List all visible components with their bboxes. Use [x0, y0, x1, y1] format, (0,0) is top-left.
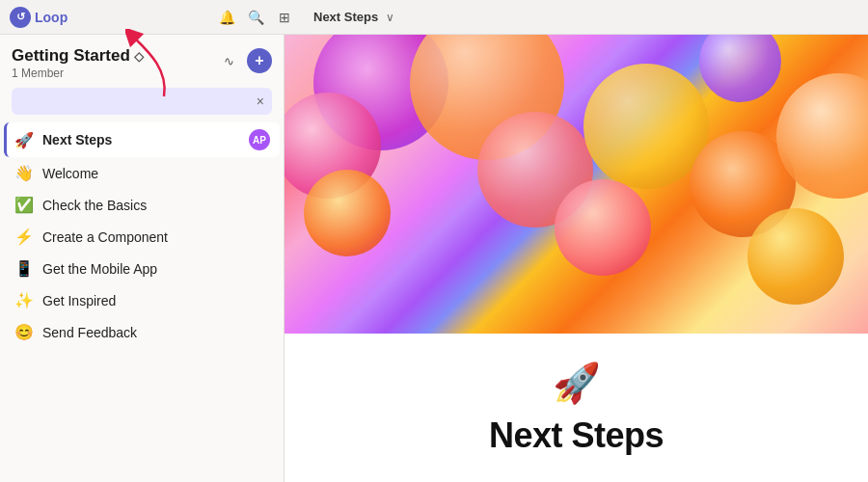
add-button[interactable]: + [247, 48, 272, 73]
sidebar-workspace-title: Getting Started ◇ [12, 46, 144, 66]
breadcrumb-label: Next Steps [313, 10, 378, 24]
analytics-icon[interactable]: ∿ [216, 48, 241, 73]
send-feedback-icon: 😊 [14, 323, 35, 341]
sidebar-header: Getting Started ◇ 1 Member ∿ + [0, 35, 284, 84]
content-area: 🚀 Next Steps [285, 35, 868, 482]
loop-logo: ↺ Loop [10, 7, 68, 28]
hero-image [285, 35, 868, 334]
sidebar-title-group: Getting Started ◇ 1 Member [12, 46, 144, 80]
sidebar-item-get-inspired[interactable]: ✨ Get Inspired [4, 284, 280, 316]
sidebar-item-mobile-app[interactable]: 📱 Get the Mobile App [4, 253, 280, 284]
topbar: ↺ Loop 🔔 🔍 ⊞ Next Steps ∨ [0, 0, 868, 35]
bubble-6 [583, 64, 709, 189]
breadcrumb-chevron-icon: ∨ [386, 11, 394, 24]
sidebar-item-label-create-component: Create a Component [42, 229, 270, 245]
sidebar-item-welcome[interactable]: 👋 Welcome [4, 157, 280, 189]
topbar-left: ↺ Loop 🔔 🔍 ⊞ [10, 7, 294, 28]
loop-logo-icon: ↺ [10, 7, 31, 28]
sidebar-item-avatar: AP [249, 129, 270, 150]
get-inspired-icon: ✨ [14, 291, 35, 309]
next-steps-icon: 🚀 [14, 131, 35, 149]
notification-icon[interactable]: 🔔 [217, 8, 236, 27]
content-page-title: Next Steps [489, 415, 664, 456]
sidebar-header-icons: ∿ + [216, 48, 272, 73]
topbar-right: Next Steps ∨ [302, 10, 858, 24]
welcome-icon: 👋 [14, 164, 35, 182]
sidebar: Getting Started ◇ 1 Member ∿ + × 🚀 Next … [0, 35, 285, 482]
app-name: Loop [35, 10, 68, 25]
search-icon[interactable]: 🔍 [246, 8, 265, 27]
sidebar-nav: 🚀 Next Steps AP 👋 Welcome ✅ Check the Ba… [0, 122, 284, 348]
sidebar-item-label-get-inspired: Get Inspired [42, 293, 270, 308]
sidebar-item-label-mobile-app: Get the Mobile App [42, 261, 270, 277]
content-rocket-icon: 🚀 [553, 361, 601, 406]
sidebar-member-count: 1 Member [12, 67, 144, 80]
sidebar-item-label-send-feedback: Send Feedback [42, 325, 270, 340]
search-close-icon[interactable]: × [257, 94, 264, 109]
sidebar-item-label-welcome: Welcome [42, 166, 270, 181]
sidebar-item-label-next-steps: Next Steps [42, 132, 241, 147]
main-layout: Getting Started ◇ 1 Member ∿ + × 🚀 Next … [0, 35, 868, 482]
bubble-7 [555, 179, 651, 276]
grid-icon[interactable]: ⊞ [275, 8, 294, 27]
sidebar-search-bar: × [12, 88, 272, 115]
check-basics-icon: ✅ [14, 196, 35, 214]
sidebar-title-chevron-icon: ◇ [134, 49, 144, 64]
bubble-8 [699, 35, 781, 102]
bubble-3 [304, 170, 391, 256]
sidebar-item-label-check-basics: Check the Basics [42, 198, 270, 213]
mobile-app-icon: 📱 [14, 259, 35, 278]
create-component-icon: ⚡ [14, 228, 35, 246]
sidebar-item-create-component[interactable]: ⚡ Create a Component [4, 221, 280, 253]
sidebar-item-check-basics[interactable]: ✅ Check the Basics [4, 189, 280, 221]
topbar-icons: 🔔 🔍 ⊞ [217, 8, 294, 27]
content-bottom: 🚀 Next Steps [285, 334, 868, 482]
bubble-11 [747, 208, 844, 305]
sidebar-item-next-steps[interactable]: 🚀 Next Steps AP [4, 122, 280, 157]
sidebar-item-send-feedback[interactable]: 😊 Send Feedback [4, 316, 280, 348]
